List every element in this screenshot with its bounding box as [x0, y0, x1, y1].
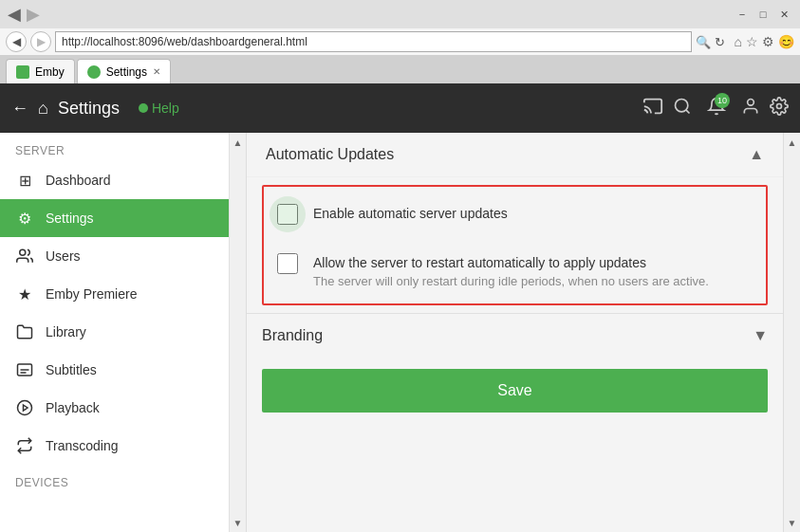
browser-back-button[interactable]: ◀	[6, 31, 27, 52]
subtitles-icon	[15, 360, 34, 379]
app-header: ← ⌂ Settings Help 10	[0, 83, 800, 133]
title-bar: ◀ ▶ − □ ✕	[0, 0, 800, 28]
url-input[interactable]: http://localhost:8096/web/dashboardgener…	[55, 31, 692, 52]
user-button[interactable]	[741, 97, 760, 120]
sidebar-item-library-label: Library	[46, 324, 86, 339]
content-area: ▲ ▼ Automatic Updates ▲	[247, 133, 800, 532]
automatic-updates-title: Automatic Updates	[266, 146, 394, 163]
library-icon	[15, 322, 34, 341]
branding-toggle[interactable]: ▼	[753, 327, 768, 344]
sidebar-item-emby-premiere-label: Emby Premiere	[46, 286, 137, 302]
tab-settings-icon	[87, 65, 101, 79]
star-toolbar-icon[interactable]: ☆	[746, 34, 758, 49]
tab-close-icon[interactable]: ✕	[153, 66, 160, 77]
users-icon	[15, 247, 34, 266]
back-nav-icon: ◀	[8, 4, 21, 25]
notification-button[interactable]: 10	[707, 97, 726, 120]
svg-point-1	[676, 99, 688, 111]
automatic-updates-header: Automatic Updates ▲	[247, 133, 783, 177]
allow-restart-row: Allow the server to restart automaticall…	[275, 244, 754, 296]
tab-emby-label: Emby	[35, 65, 65, 79]
sidebar-item-emby-premiere[interactable]: ★ Emby Premiere	[0, 275, 229, 313]
branding-title: Branding	[262, 327, 323, 344]
app-home-button[interactable]: ⌂	[38, 99, 48, 119]
allow-restart-sublabel: The server will only restart during idle…	[313, 274, 709, 288]
sidebar-item-settings[interactable]: ⚙ Settings	[0, 199, 229, 237]
gear-toolbar-icon[interactable]: ⚙	[762, 34, 774, 49]
svg-line-2	[686, 109, 690, 113]
sidebar-item-playback[interactable]: Playback	[0, 389, 229, 427]
sidebar-item-dashboard[interactable]: ⊞ Dashboard	[0, 161, 229, 199]
address-bar: ◀ ▶ http://localhost:8096/web/dashboardg…	[0, 28, 800, 55]
playback-icon	[15, 398, 34, 417]
automatic-updates-body: Enable automatic server updates Allow th…	[262, 185, 768, 305]
sidebar-item-dashboard-label: Dashboard	[46, 173, 111, 188]
svg-point-9	[18, 401, 32, 415]
browser-forward-button[interactable]: ▶	[30, 31, 51, 52]
sidebar-item-playback-label: Playback	[46, 400, 100, 415]
user-toolbar-icon[interactable]: 😊	[778, 34, 794, 49]
sidebar-item-settings-label: Settings	[46, 211, 94, 226]
search-icon: 🔍	[696, 35, 711, 49]
home-toolbar-icon[interactable]: ⌂	[735, 34, 742, 49]
main-layout: ▲ ▼ Server ⊞ Dashboard ⚙ Settings	[0, 133, 800, 532]
svg-point-3	[748, 99, 754, 105]
refresh-icon[interactable]: ↻	[715, 35, 725, 49]
content-scroll-up[interactable]: ▲	[784, 133, 800, 152]
cast-icon	[642, 96, 663, 117]
svg-point-5	[20, 249, 26, 255]
enable-updates-checkbox-wrap	[275, 202, 302, 229]
help-label: Help	[152, 101, 179, 116]
tab-emby[interactable]: Emby	[6, 59, 75, 83]
maximize-button[interactable]: □	[754, 6, 772, 23]
search-button[interactable]	[673, 97, 692, 120]
app-back-button[interactable]: ←	[11, 99, 28, 119]
save-button-container: Save	[247, 358, 783, 424]
sidebar: ▲ ▼ Server ⊞ Dashboard ⚙ Settings	[0, 133, 247, 532]
enable-updates-label: Enable automatic server updates	[313, 202, 508, 221]
sidebar-item-transcoding[interactable]: Transcoding	[0, 427, 229, 465]
star-icon: ★	[15, 284, 34, 303]
forward-nav-icon: ▶	[27, 4, 40, 25]
tab-settings[interactable]: Settings ✕	[77, 59, 171, 83]
sidebar-item-users-label: Users	[46, 248, 81, 264]
sidebar-section-devices: Devices	[0, 465, 229, 493]
window-controls: − □ ✕	[734, 6, 792, 23]
sidebar-item-users[interactable]: Users	[0, 237, 229, 275]
sidebar-item-library[interactable]: Library	[0, 313, 229, 351]
branding-section: Branding ▼	[247, 313, 783, 358]
settings-cog-button[interactable]	[770, 97, 789, 120]
help-link[interactable]: Help	[139, 101, 179, 116]
content-scroll-down[interactable]: ▼	[784, 513, 800, 532]
sidebar-item-transcoding-label: Transcoding	[46, 438, 119, 453]
minimize-button[interactable]: −	[734, 6, 751, 23]
automatic-updates-section: Automatic Updates ▲ Enable automatic ser…	[247, 133, 783, 305]
search-icon	[673, 97, 692, 116]
close-button[interactable]: ✕	[775, 6, 792, 23]
url-text: http://localhost:8096/web/dashboardgener…	[62, 35, 307, 48]
tab-emby-icon	[16, 65, 29, 79]
notification-badge: 10	[715, 93, 730, 108]
sidebar-section-server: Server	[0, 133, 229, 161]
sidebar-item-subtitles[interactable]: Subtitles	[0, 351, 229, 389]
allow-restart-checkbox[interactable]	[277, 253, 298, 274]
enable-updates-row: Enable automatic server updates	[275, 194, 754, 236]
enable-updates-checkbox[interactable]	[277, 204, 298, 225]
app-title: Settings	[58, 99, 120, 119]
allow-restart-label: Allow the server to restart automaticall…	[313, 251, 709, 270]
help-status-dot	[139, 103, 148, 113]
save-button[interactable]: Save	[262, 369, 768, 413]
tabs-bar: Emby Settings ✕	[0, 55, 800, 83]
sidebar-scroll-up[interactable]: ▲	[230, 133, 246, 152]
svg-marker-10	[24, 405, 28, 411]
svg-point-4	[777, 103, 782, 108]
settings-nav-icon: ⚙	[15, 209, 34, 228]
sidebar-item-subtitles-label: Subtitles	[46, 362, 97, 377]
cast-button[interactable]	[642, 96, 663, 121]
automatic-updates-toggle[interactable]: ▲	[749, 146, 764, 163]
branding-header: Branding ▼	[247, 313, 783, 358]
tab-settings-label: Settings	[106, 65, 147, 79]
settings-icon	[770, 97, 789, 116]
allow-restart-text-group: Allow the server to restart automaticall…	[313, 251, 709, 288]
sidebar-scroll-down[interactable]: ▼	[230, 513, 246, 532]
